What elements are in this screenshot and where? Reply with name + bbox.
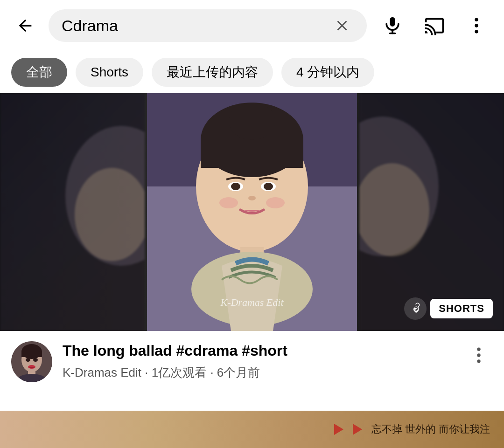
svg-point-38 bbox=[477, 359, 480, 363]
play-icon-1 bbox=[330, 421, 347, 438]
filter-chip-recent[interactable]: 最近上传的内容 bbox=[152, 58, 273, 87]
svg-point-20 bbox=[231, 183, 240, 190]
next-play-icons: 忘不掉 世外的 而你让我注 bbox=[330, 421, 490, 438]
filter-all-label: 全部 bbox=[26, 63, 52, 81]
svg-point-24 bbox=[266, 197, 285, 208]
svg-point-21 bbox=[264, 183, 273, 190]
video-more-options-button[interactable] bbox=[465, 341, 493, 369]
video-info: The long ballad #cdrama #short K-Dramas … bbox=[0, 331, 504, 391]
portrait-svg bbox=[147, 93, 357, 331]
svg-rect-16 bbox=[201, 140, 303, 168]
filter-bar: 全部 Shorts 最近上传的内容 4 分钟以内 bbox=[0, 51, 504, 93]
svg-point-31 bbox=[26, 358, 30, 362]
filter-chip-all[interactable]: 全部 bbox=[11, 58, 67, 87]
channel-avatar[interactable] bbox=[11, 341, 52, 382]
filter-chip-duration[interactable]: 4 分钟以内 bbox=[281, 58, 374, 87]
video-subtitle: K-Dramas Edit · 1亿次观看 · 6个月前 bbox=[63, 365, 455, 381]
microphone-button[interactable] bbox=[376, 9, 409, 42]
filter-shorts-label: Shorts bbox=[91, 65, 128, 80]
video-more-icon bbox=[469, 345, 489, 365]
filter-duration-label: 4 分钟以内 bbox=[296, 63, 359, 81]
play-icon-2 bbox=[349, 421, 366, 438]
next-strip-text: 忘不掉 世外的 而你让我注 bbox=[371, 422, 490, 436]
back-button[interactable] bbox=[11, 12, 39, 40]
more-options-button[interactable] bbox=[460, 9, 493, 42]
shorts-label: SHORTS bbox=[430, 299, 493, 318]
video-side-left bbox=[0, 93, 145, 331]
svg-point-36 bbox=[477, 348, 480, 351]
svg-marker-40 bbox=[353, 424, 362, 435]
back-icon bbox=[16, 16, 35, 35]
search-bar[interactable]: Cdrama bbox=[49, 9, 367, 42]
shorts-icon bbox=[404, 297, 427, 320]
svg-point-3 bbox=[475, 18, 478, 21]
video-thumbnail[interactable]: K-Dramas Edit SHORTS bbox=[0, 93, 504, 331]
svg-point-32 bbox=[33, 358, 38, 362]
right-blur-overlay bbox=[359, 93, 504, 331]
svg-rect-30 bbox=[21, 352, 42, 357]
more-options-icon bbox=[466, 15, 487, 36]
filter-recent-label: 最近上传的内容 bbox=[167, 63, 258, 81]
cast-icon bbox=[424, 15, 445, 36]
svg-point-37 bbox=[477, 353, 480, 357]
video-side-right bbox=[359, 93, 504, 331]
clear-icon bbox=[334, 17, 350, 34]
shorts-badge: SHORTS bbox=[404, 297, 493, 320]
video-metadata: The long ballad #cdrama #short K-Dramas … bbox=[63, 341, 455, 381]
search-input-value: Cdrama bbox=[62, 17, 330, 35]
filter-chip-shorts[interactable]: Shorts bbox=[76, 58, 143, 87]
video-center-portrait: K-Dramas Edit bbox=[147, 93, 357, 331]
svg-point-5 bbox=[475, 30, 478, 33]
cast-button[interactable] bbox=[418, 9, 451, 42]
svg-point-4 bbox=[475, 24, 478, 27]
header: Cdrama bbox=[0, 0, 504, 51]
left-blur-overlay bbox=[0, 93, 145, 331]
svg-rect-0 bbox=[390, 17, 395, 27]
microphone-icon bbox=[382, 15, 403, 36]
avatar-image bbox=[11, 341, 52, 382]
svg-point-22 bbox=[248, 196, 256, 200]
svg-marker-39 bbox=[334, 424, 343, 435]
video-watermark: K-Dramas Edit bbox=[220, 296, 283, 309]
svg-point-17 bbox=[229, 103, 275, 140]
clear-search-button[interactable] bbox=[330, 14, 354, 37]
svg-point-23 bbox=[219, 197, 238, 208]
video-title: The long ballad #cdrama #short bbox=[63, 341, 455, 361]
next-video-strip[interactable]: 忘不掉 世外的 而你让我注 bbox=[0, 411, 504, 448]
shorts-logo-icon bbox=[408, 301, 423, 316]
